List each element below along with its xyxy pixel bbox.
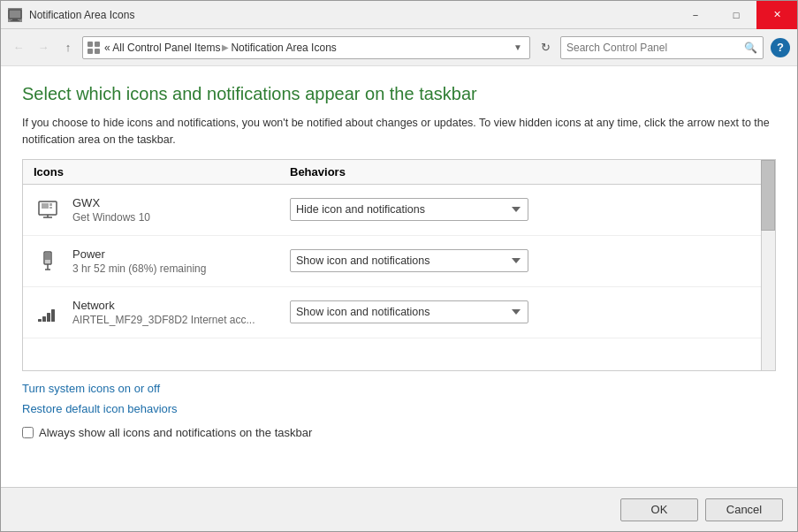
svg-rect-19 [42,316,46,322]
gwx-icon [34,195,62,224]
svg-rect-15 [45,253,50,260]
svg-rect-20 [47,313,50,322]
footer: OK Cancel [1,487,797,531]
maximize-button[interactable]: □ [716,1,756,29]
svg-rect-0 [9,10,21,19]
power-info: Power 3 hr 52 min (68%) remaining [72,247,206,275]
title-bar-controls: − □ ✕ [675,1,797,29]
address-bar: « All Control Panel Items ▶ Notification… [82,36,530,59]
svg-rect-6 [95,49,100,54]
gwx-behavior-select[interactable]: Hide icon and notifications Show icon an… [290,198,528,221]
cancel-button[interactable]: Cancel [705,498,783,521]
address-icon [87,41,101,55]
svg-rect-18 [38,319,42,322]
power-desc: 3 hr 52 min (68%) remaining [72,262,206,275]
help-button[interactable]: ? [771,38,790,57]
refresh-button[interactable]: ↻ [534,36,557,59]
svg-rect-10 [42,203,49,209]
title-bar-left: Notification Area Icons [8,8,134,22]
title-bar-text: Notification Area Icons [29,9,134,21]
forward-button[interactable]: → [33,37,54,58]
gwx-behavior-cell: Hide icon and notifications Show icon an… [290,198,764,221]
window-icon [8,8,22,22]
scrollbar-track [761,160,775,370]
scrollbar-thumb[interactable] [761,160,775,231]
table-header: Icons Behaviors [23,160,775,185]
power-behavior-select[interactable]: Show icon and notifications Hide icon an… [290,249,528,272]
content-area: Select which icons and notifications app… [1,66,797,487]
icon-cell-power: Power 3 hr 52 min (68%) remaining [34,247,290,275]
power-name: Power [72,247,206,261]
always-show-checkbox[interactable] [22,427,34,438]
gwx-desc: Get Windows 10 [72,211,150,224]
description-text: If you choose to hide icons and notifica… [22,115,776,148]
table-row: GWX Get Windows 10 Hide icon and notific… [23,185,775,236]
up-button[interactable]: ↑ [57,37,79,58]
close-button[interactable]: ✕ [756,1,797,29]
address-dropdown-button[interactable]: ▼ [510,37,526,58]
network-info: Network AIRTEL_MF29_3DF8D2 Internet acc.… [72,299,255,326]
network-desc: AIRTEL_MF29_3DF8D2 Internet acc... [72,314,255,326]
ok-button[interactable]: OK [620,498,698,521]
breadcrumb-all-items[interactable]: « All Control Panel Items [104,42,220,54]
col-icons-header: Icons [34,165,290,179]
breadcrumb-separator: ▶ [222,42,229,52]
gwx-name: GWX [72,196,150,209]
icon-cell-gwx: GWX Get Windows 10 [34,195,290,224]
svg-rect-1 [12,19,18,20]
col-behaviors-header: Behaviors [290,165,764,179]
search-input[interactable] [566,42,741,54]
restore-defaults-link[interactable]: Restore default icon behaviors [22,402,776,415]
svg-rect-4 [95,42,100,47]
page-title: Select which icons and notifications app… [22,84,776,104]
navigation-bar: ← → ↑ « All Control Panel Items ▶ Notifi… [1,29,797,66]
back-button[interactable]: ← [8,37,29,58]
icon-cell-network: Network AIRTEL_MF29_3DF8D2 Internet acc.… [34,298,290,326]
search-icon: 🔍 [744,42,757,54]
table-body: GWX Get Windows 10 Hide icon and notific… [23,185,775,370]
power-icon [34,247,62,275]
always-show-checkbox-row: Always show all icons and notifications … [22,426,776,439]
breadcrumb-current: Notification Area Icons [231,42,336,54]
svg-rect-12 [49,207,52,209]
network-icon [34,298,62,326]
icons-table: Icons Behaviors [22,159,776,371]
network-behavior-cell: Show icon and notifications Hide icon an… [290,300,764,323]
svg-rect-2 [11,20,19,21]
minimize-button[interactable]: − [675,1,716,29]
gwx-info: GWX Get Windows 10 [72,196,150,224]
table-row: Network AIRTEL_MF29_3DF8D2 Internet acc.… [23,287,775,338]
network-name: Network [72,299,255,312]
table-row: Power 3 hr 52 min (68%) remaining Show i… [23,236,775,287]
network-behavior-select[interactable]: Show icon and notifications Hide icon an… [290,300,528,323]
links-section: Turn system icons on or off Restore defa… [22,382,776,415]
always-show-label[interactable]: Always show all icons and notifications … [39,426,312,439]
power-behavior-cell: Show icon and notifications Hide icon an… [290,249,764,272]
main-window: Notification Area Icons − □ ✕ ← → ↑ « Al… [0,0,798,532]
search-box: 🔍 [560,36,764,59]
title-bar: Notification Area Icons − □ ✕ [1,1,797,29]
svg-rect-21 [51,309,55,322]
svg-rect-11 [49,203,52,206]
system-icons-link[interactable]: Turn system icons on or off [22,382,776,395]
svg-rect-3 [87,42,93,47]
breadcrumb: « All Control Panel Items ▶ Notification… [104,42,506,54]
svg-rect-5 [87,49,93,54]
